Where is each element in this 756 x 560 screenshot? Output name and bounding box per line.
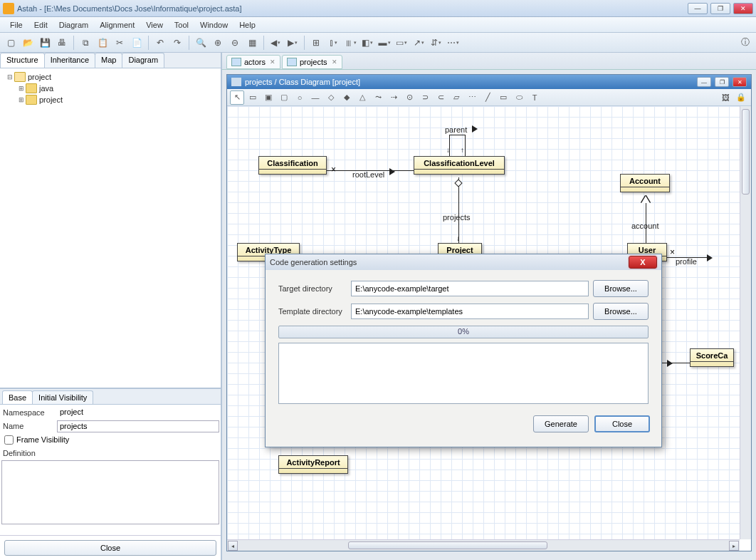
menu-window[interactable]: Window xyxy=(194,19,233,31)
layout-icon[interactable]: ⇵ xyxy=(428,35,443,51)
menu-alignment[interactable]: Alignment xyxy=(94,19,140,31)
dependency-tool-icon[interactable]: ⤳ xyxy=(371,90,385,105)
redo-icon[interactable]: ↷ xyxy=(169,35,185,51)
save-icon[interactable]: 💾 xyxy=(37,35,53,51)
collapse-icon[interactable]: ⊟ xyxy=(6,73,14,81)
definition-textarea[interactable] xyxy=(1,460,219,524)
tab-actors[interactable]: actors ✕ xyxy=(226,55,280,69)
composition-tool-icon[interactable]: ◆ xyxy=(340,90,354,105)
dialog-close-action-button[interactable]: Close xyxy=(594,415,650,432)
text-tool-icon[interactable]: T xyxy=(527,90,542,105)
grid-icon[interactable]: ⊞ xyxy=(308,35,324,51)
scrollbar-thumb[interactable] xyxy=(742,109,750,195)
menu-diagram[interactable]: Diagram xyxy=(53,19,95,31)
generalization-tool-icon[interactable]: △ xyxy=(355,90,369,105)
horizontal-scrollbar[interactable]: ◂ ▸ xyxy=(227,539,740,551)
target-directory-input[interactable] xyxy=(351,281,589,296)
aggregation-tool-icon[interactable]: ◇ xyxy=(324,90,338,105)
expand-icon[interactable]: ⊞ xyxy=(17,85,26,92)
menu-edit[interactable]: Edit xyxy=(28,19,53,31)
maximize-button[interactable]: ❐ xyxy=(710,3,730,14)
menu-help[interactable]: Help xyxy=(233,19,261,31)
tab-projects[interactable]: projects ✕ xyxy=(282,55,342,69)
image-tool-icon[interactable]: 🖼 xyxy=(718,90,733,105)
fit-icon[interactable]: ▦ xyxy=(244,35,260,51)
print-icon[interactable]: 🖶 xyxy=(54,35,70,51)
package-tool-icon[interactable]: ▣ xyxy=(261,90,275,105)
folder-tool-icon[interactable]: ▢ xyxy=(277,90,291,105)
realization-tool-icon[interactable]: ⇢ xyxy=(387,90,401,105)
dialog-titlebar[interactable]: Code generation settings X xyxy=(266,254,661,270)
expand-icon[interactable]: ⊞ xyxy=(17,96,26,103)
association-tool-icon[interactable]: — xyxy=(308,90,322,105)
note-link-tool-icon[interactable]: ⋯ xyxy=(465,90,479,105)
line-tool-icon[interactable]: ╱ xyxy=(481,90,495,105)
tab-base[interactable]: Base xyxy=(2,390,33,404)
tab-initial-visibility[interactable]: Initial Visibility xyxy=(32,390,93,404)
close-icon[interactable]: ✕ xyxy=(332,58,337,66)
connector-icon[interactable]: ↗ xyxy=(411,35,426,51)
align-h-icon[interactable]: ⫼ xyxy=(342,35,358,51)
cut-icon[interactable]: ✂ xyxy=(112,35,127,51)
paste2-icon[interactable]: 📄 xyxy=(129,35,145,51)
forward-icon[interactable]: ▶ xyxy=(285,35,300,51)
select-tool-icon[interactable]: ↖ xyxy=(230,90,244,105)
tab-map[interactable]: Map xyxy=(95,53,122,68)
zoom-icon[interactable]: 🔍 xyxy=(193,35,209,51)
diagram-maximize-button[interactable]: ❐ xyxy=(715,77,729,87)
provided-tool-icon[interactable]: ⊂ xyxy=(434,90,448,105)
vertical-scrollbar[interactable] xyxy=(740,106,751,539)
uml-class-activityreport[interactable]: ActivityReport xyxy=(278,455,348,474)
tab-inheritance[interactable]: Inheritance xyxy=(44,53,95,68)
diagram-window-titlebar[interactable]: projects / Class Diagram [project] — ❐ ✕ xyxy=(227,75,751,89)
line-color-icon[interactable]: ▭ xyxy=(394,35,409,51)
required-tool-icon[interactable]: ⊃ xyxy=(418,90,432,105)
lock-tool-icon[interactable]: 🔒 xyxy=(734,90,748,105)
color-icon[interactable]: ▬ xyxy=(377,35,392,51)
diagram-close-button[interactable]: ✕ xyxy=(733,77,747,87)
rect-tool-icon[interactable]: ▭ xyxy=(496,90,510,105)
project-tree[interactable]: ⊟ project ⊞ java ⊞ project xyxy=(0,68,221,389)
menu-tool[interactable]: Tool xyxy=(169,19,194,31)
class-tool-icon[interactable]: ▭ xyxy=(246,90,260,105)
name-input[interactable] xyxy=(57,420,219,432)
open-icon[interactable]: 📂 xyxy=(20,35,36,51)
new-icon[interactable]: ▢ xyxy=(3,35,19,51)
copy-icon[interactable]: ⧉ xyxy=(78,35,93,51)
browse-target-button[interactable]: Browse... xyxy=(593,280,649,297)
paste-icon[interactable]: 📋 xyxy=(95,35,110,51)
generate-button[interactable]: Generate xyxy=(533,415,589,432)
zoom-in-icon[interactable]: ⊕ xyxy=(210,35,226,51)
uml-class-account[interactable]: Account xyxy=(620,174,670,192)
window-close-button[interactable]: ✕ xyxy=(733,3,753,14)
log-textarea[interactable] xyxy=(278,343,649,404)
dialog-close-button[interactable]: X xyxy=(629,256,657,269)
port-tool-icon[interactable]: ⊙ xyxy=(402,90,416,105)
tab-diagram[interactable]: Diagram xyxy=(122,53,164,68)
uml-class-classificationlevel[interactable]: ClassificationLevel xyxy=(414,156,505,175)
tab-structure[interactable]: Structure xyxy=(0,53,45,68)
tree-root[interactable]: ⊟ project xyxy=(3,71,218,83)
undo-icon[interactable]: ↶ xyxy=(152,35,168,51)
minimize-button[interactable]: — xyxy=(688,3,708,14)
interface-tool-icon[interactable]: ○ xyxy=(293,90,307,105)
uml-class-classification[interactable]: Classification xyxy=(258,156,327,175)
uml-class-scorecard[interactable]: ScoreCa xyxy=(690,348,734,367)
scrollbar-thumb[interactable] xyxy=(348,541,547,549)
menu-file[interactable]: File xyxy=(4,19,28,31)
more-icon[interactable]: ⋯ xyxy=(445,35,461,51)
scroll-right-button[interactable]: ▸ xyxy=(729,541,739,551)
ellipse-tool-icon[interactable]: ⬭ xyxy=(512,90,526,105)
tree-node-project[interactable]: ⊞ project xyxy=(3,94,218,105)
browse-template-button[interactable]: Browse... xyxy=(593,303,649,320)
help-icon[interactable]: ⓘ xyxy=(737,35,753,51)
align-v-icon[interactable]: ⫿ xyxy=(325,35,341,51)
close-icon[interactable]: ✕ xyxy=(270,58,275,66)
template-directory-input[interactable] xyxy=(351,304,589,319)
diagram-minimize-button[interactable]: — xyxy=(697,77,711,87)
frame-visibility-checkbox[interactable] xyxy=(4,435,14,445)
back-icon[interactable]: ◀ xyxy=(268,35,283,51)
distribute-icon[interactable]: ◧ xyxy=(359,35,375,51)
scroll-left-button[interactable]: ◂ xyxy=(228,541,238,551)
menu-view[interactable]: View xyxy=(140,19,169,31)
